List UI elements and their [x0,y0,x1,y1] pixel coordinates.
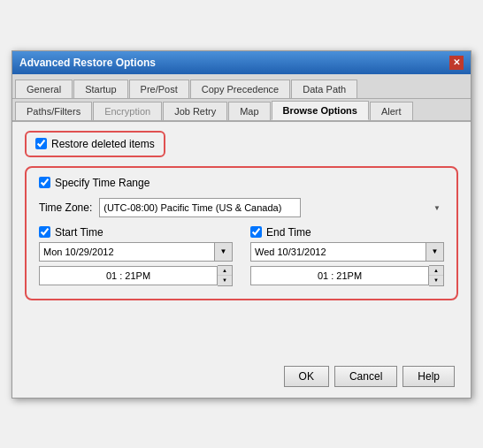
start-date-dropdown-btn[interactable]: ▼ [215,242,233,262]
timezone-row: Time Zone: (UTC-08:00) Pacific Time (US … [39,198,444,217]
cancel-button[interactable]: Cancel [334,366,397,387]
tab-job-retry[interactable]: Job Retry [163,102,227,120]
timezone-select-wrapper: (UTC-08:00) Pacific Time (US & Canada) [99,198,444,217]
time-range-section: Specify Time Range Time Zone: (UTC-08:00… [25,166,458,300]
tab-general[interactable]: General [15,80,73,98]
end-time-col: End Time ▼ ▲ ▼ [250,226,444,286]
end-time-spin-down[interactable]: ▼ [429,276,443,285]
end-time-spinner: ▲ ▼ [429,265,444,286]
tab-copy-precedence[interactable]: Copy Precedence [190,80,290,98]
title-bar: Advanced Restore Options ✕ [12,51,471,74]
start-time-spin-up[interactable]: ▲ [218,266,232,276]
restore-deleted-section: Restore deleted items [25,131,165,157]
start-time-col: Start Time ▼ ▲ ▼ [39,226,233,286]
end-date-row: ▼ [250,242,444,262]
ok-button[interactable]: OK [284,366,329,387]
datetime-columns: Start Time ▼ ▲ ▼ [39,226,444,286]
end-time-spin-up[interactable]: ▲ [429,266,443,276]
tab-alert[interactable]: Alert [370,102,413,120]
tabs-row1: General Startup Pre/Post Copy Precedence… [12,74,471,99]
end-date-input[interactable] [250,242,426,262]
help-button[interactable]: Help [402,366,455,387]
spacer [25,309,458,362]
start-time-input[interactable] [39,266,218,285]
specify-time-range-checkbox[interactable] [39,177,50,188]
start-time-spin-down[interactable]: ▼ [218,276,232,285]
tab-prepost[interactable]: Pre/Post [129,80,189,98]
end-time-input[interactable] [250,266,429,285]
tab-data-path[interactable]: Data Path [291,80,357,98]
start-time-header: Start Time [39,226,233,239]
start-date-input[interactable] [39,242,215,262]
restore-deleted-text: Restore deleted items [51,138,155,150]
tabs-row2: Paths/Filters Encryption Job Retry Map B… [12,99,471,121]
start-time-spinner: ▲ ▼ [218,265,233,286]
end-date-dropdown-btn[interactable]: ▼ [426,242,444,262]
end-time-checkbox[interactable] [250,226,262,238]
timezone-select[interactable]: (UTC-08:00) Pacific Time (US & Canada) [99,198,301,217]
tabs-container: General Startup Pre/Post Copy Precedence… [12,74,471,122]
end-time-header: End Time [250,226,444,239]
start-time-checkbox[interactable] [39,226,50,238]
close-button[interactable]: ✕ [449,56,464,70]
tab-encryption[interactable]: Encryption [93,102,162,120]
start-date-row: ▼ [39,242,233,262]
tab-map[interactable]: Map [228,102,270,120]
specify-time-range-text: Specify Time Range [55,177,150,189]
tab-paths-filters[interactable]: Paths/Filters [15,102,92,120]
start-time-label: Start Time [55,226,104,239]
time-range-header: Specify Time Range [39,177,444,189]
timezone-label: Time Zone: [39,201,92,214]
start-time-row: ▲ ▼ [39,265,233,286]
end-time-row: ▲ ▼ [250,265,444,286]
bottom-buttons: OK Cancel Help [25,362,458,391]
tab-startup[interactable]: Startup [73,80,127,98]
window-title: Advanced Restore Options [19,57,156,69]
main-window: Advanced Restore Options ✕ General Start… [12,50,472,399]
content-area: Restore deleted items Specify Time Range… [12,122,471,398]
end-time-label: End Time [266,226,311,239]
restore-deleted-label[interactable]: Restore deleted items [35,138,155,150]
restore-deleted-checkbox[interactable] [35,138,47,149]
specify-time-range-label[interactable]: Specify Time Range [39,177,444,189]
tab-browse-options[interactable]: Browse Options [272,101,369,120]
